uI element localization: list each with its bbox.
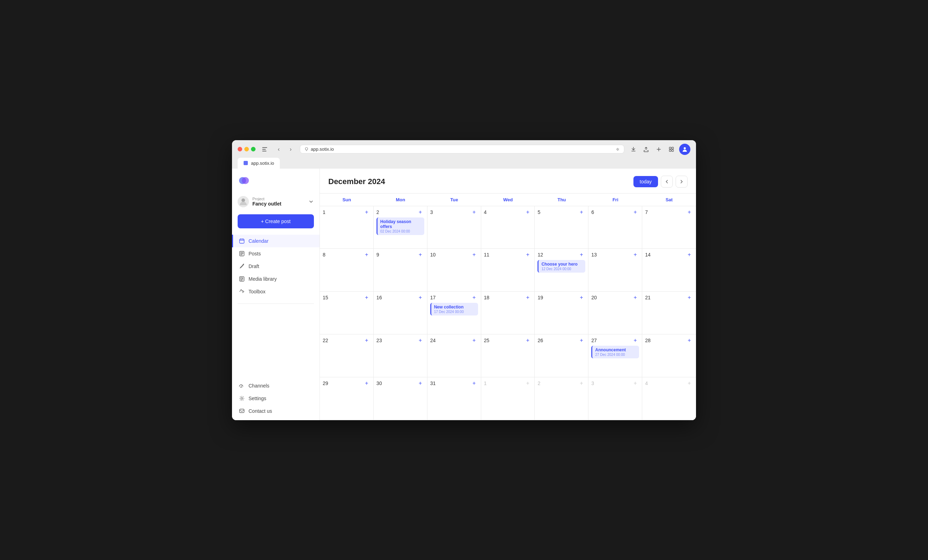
sidebar-item-contact-us[interactable]: Contact us xyxy=(232,405,319,417)
cell-date: 25 xyxy=(484,338,490,343)
user-avatar[interactable] xyxy=(679,144,690,155)
prev-month-button[interactable] xyxy=(661,176,673,187)
sidebar-item-label-contact-us: Contact us xyxy=(249,408,272,414)
cell-add-button[interactable]: + xyxy=(524,251,531,259)
cell-header: 26+ xyxy=(537,336,585,344)
cell-add-button[interactable]: + xyxy=(577,294,585,301)
cell-add-button[interactable]: + xyxy=(685,294,693,301)
cell-header: 11+ xyxy=(484,251,532,259)
cell-date: 27 xyxy=(591,338,597,343)
cell-add-button[interactable]: + xyxy=(524,294,531,301)
address-bar[interactable]: app.sotix.io xyxy=(300,145,624,154)
svg-rect-2 xyxy=(262,151,266,151)
cell-add-button[interactable]: + xyxy=(685,336,693,344)
event-card[interactable]: Announcement27 Dec 2024 00:00 xyxy=(591,346,639,358)
calendar-cell: 13+ xyxy=(588,249,642,292)
cell-add-button[interactable]: + xyxy=(363,336,371,344)
cell-add-button[interactable]: + xyxy=(417,336,424,344)
logo-icon xyxy=(238,174,250,187)
cell-add-button[interactable]: + xyxy=(685,208,693,216)
cell-add-button[interactable]: + xyxy=(363,251,371,259)
cell-add-button[interactable]: + xyxy=(417,208,424,216)
cell-add-button[interactable]: + xyxy=(631,336,639,344)
cell-add-button[interactable]: + xyxy=(631,294,639,301)
cell-date: 1 xyxy=(484,380,487,386)
event-card[interactable]: Holiday season offers02 Dec 2024 00:00 xyxy=(377,218,424,235)
new-tab-icon[interactable] xyxy=(654,145,664,154)
create-post-button[interactable]: + Create post xyxy=(238,214,314,228)
cell-add-button[interactable]: + xyxy=(363,294,371,301)
sidebar-item-settings[interactable]: Settings xyxy=(232,392,319,405)
cell-add-button[interactable]: + xyxy=(417,294,424,301)
cell-add-button[interactable]: + xyxy=(470,208,478,216)
cell-add-button[interactable]: + xyxy=(685,251,693,259)
cell-date: 20 xyxy=(591,295,597,300)
cell-header: 22+ xyxy=(323,336,371,344)
cell-add-button[interactable]: + xyxy=(417,251,424,259)
cell-add-button[interactable]: + xyxy=(470,294,478,301)
back-button[interactable]: ‹ xyxy=(274,145,284,154)
cell-date: 3 xyxy=(430,209,433,215)
active-tab[interactable]: app.sotix.io xyxy=(238,158,280,169)
cell-date: 16 xyxy=(377,295,382,300)
forward-button[interactable]: › xyxy=(286,145,296,154)
cell-add-button[interactable]: + xyxy=(417,379,424,387)
cell-date: 6 xyxy=(591,209,594,215)
share-icon[interactable] xyxy=(641,145,651,154)
calendar-cell: 11+ xyxy=(481,249,535,292)
cell-add-button[interactable]: + xyxy=(524,336,531,344)
minimize-traffic-light[interactable] xyxy=(244,147,249,151)
cell-add-button[interactable]: + xyxy=(470,336,478,344)
traffic-lights xyxy=(238,147,256,151)
calendar-cell: 12+Choose your hero12 Dec 2024 00:00 xyxy=(535,249,588,292)
cell-add-button[interactable]: + xyxy=(363,208,371,216)
today-button[interactable]: today xyxy=(633,176,658,187)
sidebar-item-calendar[interactable]: Calendar xyxy=(232,235,319,247)
cell-date: 23 xyxy=(377,338,382,343)
sidebar-item-draft[interactable]: Draft xyxy=(232,260,319,272)
tab-grid-icon[interactable] xyxy=(667,145,676,154)
sidebar-item-posts[interactable]: Posts xyxy=(232,247,319,260)
calendar-cell: 31+ xyxy=(427,377,481,420)
cell-add-button[interactable]: + xyxy=(631,251,639,259)
event-card[interactable]: New collection17 Dec 2024 00:00 xyxy=(430,303,478,315)
settings-icon xyxy=(239,395,245,402)
sidebar-item-media-library[interactable]: Media library xyxy=(232,272,319,285)
event-title: Holiday season offers xyxy=(380,219,421,229)
sidebar-toggle-icon[interactable] xyxy=(260,145,270,154)
calendar-cell: 16+ xyxy=(374,292,427,335)
sidebar-item-channels[interactable]: Channels xyxy=(232,379,319,392)
maximize-traffic-light[interactable] xyxy=(251,147,256,151)
calendar-header: December 2024 today xyxy=(320,169,696,193)
calendar-cell: 28+ xyxy=(642,335,696,377)
close-traffic-light[interactable] xyxy=(238,147,242,151)
cell-add-button[interactable]: + xyxy=(577,251,585,259)
cell-add-button[interactable]: + xyxy=(363,379,371,387)
cell-add-button[interactable]: + xyxy=(524,208,531,216)
posts-icon xyxy=(239,251,245,257)
cell-header: 1+ xyxy=(484,379,532,387)
cell-header: 3+ xyxy=(591,379,639,387)
cell-date: 11 xyxy=(484,252,490,257)
svg-rect-0 xyxy=(262,147,267,148)
cell-add-button[interactable]: + xyxy=(524,379,531,387)
cell-add-button[interactable]: + xyxy=(631,208,639,216)
calendar-cell: 8+ xyxy=(320,249,374,292)
event-card[interactable]: Choose your hero12 Dec 2024 00:00 xyxy=(537,260,585,272)
cell-add-button[interactable]: + xyxy=(470,379,478,387)
cell-add-button[interactable]: + xyxy=(577,208,585,216)
cell-date: 22 xyxy=(323,338,328,343)
sidebar-item-toolbox[interactable]: Toolbox xyxy=(232,285,319,298)
cell-add-button[interactable]: + xyxy=(577,336,585,344)
cell-add-button[interactable]: + xyxy=(685,379,693,387)
cell-add-button[interactable]: + xyxy=(470,251,478,259)
day-header-wed: Wed xyxy=(481,193,535,206)
cell-date: 4 xyxy=(484,209,487,215)
project-selector[interactable]: Project Fancy outlet xyxy=(232,193,319,211)
next-month-button[interactable] xyxy=(676,176,688,187)
cell-add-button[interactable]: + xyxy=(577,379,585,387)
download-icon[interactable] xyxy=(629,145,638,154)
cell-add-button[interactable]: + xyxy=(631,379,639,387)
cell-date: 1 xyxy=(323,209,325,215)
calendar-days-header: Sun Mon Tue Wed Thu Fri Sat xyxy=(320,193,696,206)
